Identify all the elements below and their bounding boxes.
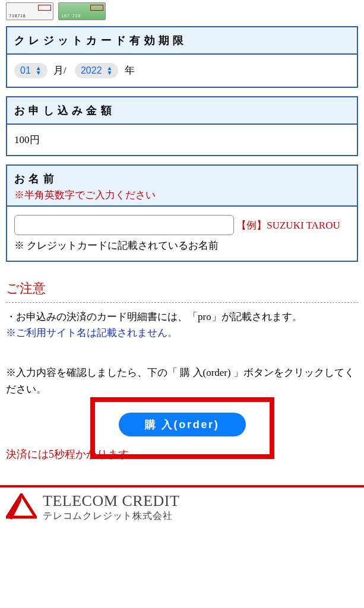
amount-value: 100円 bbox=[7, 125, 357, 155]
footer-company-jp: テレコムクレジット株式会社 bbox=[43, 510, 179, 522]
amount-section: お申し込み金額 100円 bbox=[6, 96, 358, 156]
year-suffix-label: 年 bbox=[125, 65, 135, 76]
name-input[interactable] bbox=[14, 215, 234, 235]
footer-company-en: TELECOM CREDIT bbox=[43, 492, 179, 510]
card-illustration-white: 718718 bbox=[6, 2, 53, 20]
order-button[interactable]: 購 入(order) bbox=[119, 413, 246, 436]
chevron-updown-icon: ▲▼ bbox=[107, 66, 113, 75]
card-cvv-illustrations: 718718 187 718 bbox=[6, 0, 358, 26]
name-example: 【例】SUZUKI TAROU bbox=[236, 220, 340, 231]
expiry-year-value: 2022 bbox=[81, 65, 102, 76]
name-section: お名前 ※半角英数字でご入力ください 【例】SUZUKI TAROU ※ クレジ… bbox=[6, 164, 358, 262]
caution-line-2: ※ご利用サイト名は記載されません。 bbox=[6, 325, 358, 341]
chevron-updown-icon: ▲▼ bbox=[36, 66, 42, 75]
expiry-month-value: 01 bbox=[20, 65, 31, 76]
footer: TELECOM CREDIT テレコムクレジット株式会社 bbox=[0, 485, 364, 522]
wait-note: 決済には5秒程かかります。 bbox=[6, 447, 358, 461]
card-illustration-green: 187 718 bbox=[58, 2, 106, 20]
expiry-header: クレジットカード有効期限 bbox=[7, 27, 357, 55]
month-suffix-label: 月/ bbox=[53, 65, 67, 76]
telecom-logo-icon bbox=[6, 493, 37, 521]
order-instruction: ※入力内容を確認しましたら、下の「 購 入(order) 」ボタンをクリックして… bbox=[6, 365, 358, 397]
expiry-month-select[interactable]: 01 ▲▼ bbox=[14, 63, 48, 78]
amount-header: お申し込み金額 bbox=[7, 97, 357, 125]
caution-title: ご注意 bbox=[6, 280, 358, 297]
name-header: お名前 bbox=[14, 172, 350, 186]
divider bbox=[6, 302, 358, 303]
caution-line-1: ・お申込みの決済のカード明細書には、「pro」が記載されます。 bbox=[6, 309, 358, 325]
expiry-section: クレジットカード有効期限 01 ▲▼ 月/ 2022 ▲▼ 年 bbox=[6, 26, 358, 88]
expiry-year-select[interactable]: 2022 ▲▼ bbox=[75, 63, 119, 78]
name-note: ※ クレジットカードに記載されているお名前 bbox=[14, 239, 350, 252]
name-hint: ※半角英数字でご入力ください bbox=[14, 188, 350, 202]
